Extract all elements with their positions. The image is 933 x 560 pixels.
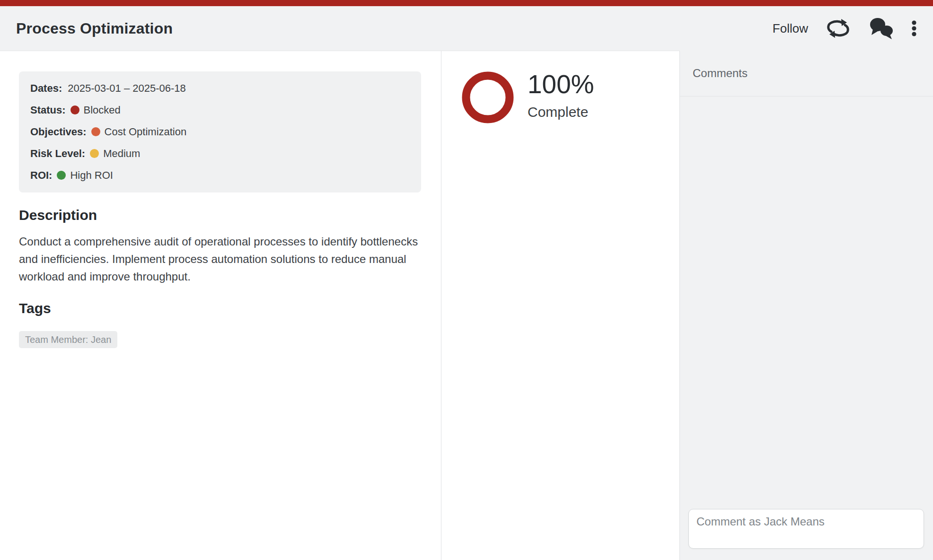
risk-level-value: Medium [103, 148, 140, 159]
details-column: Dates:2025-03-01 – 2025-06-18 Status:Blo… [0, 51, 441, 560]
comment-composer [680, 509, 933, 560]
dates-value: 2025-03-01 – 2025-06-18 [68, 82, 186, 94]
kebab-menu-icon[interactable] [912, 20, 916, 36]
risk-level-label: Risk Level: [30, 148, 85, 159]
main-area: Dates:2025-03-01 – 2025-06-18 Status:Blo… [0, 51, 933, 560]
progress-label: Complete [528, 104, 594, 120]
roi-dot-icon [57, 171, 66, 180]
detail-row-risk: Risk Level:Medium [30, 143, 410, 165]
progress-ring-icon [462, 71, 514, 123]
description-heading: Description [19, 207, 422, 223]
comments-list [680, 96, 933, 509]
status-dot-icon [70, 105, 79, 114]
page: Process Optimization Follow [0, 0, 933, 560]
objectives-dot-icon [91, 127, 100, 136]
objectives-value: Cost Optimization [105, 126, 187, 138]
risk-level-dot-icon [90, 149, 99, 158]
tags-heading: Tags [19, 300, 422, 316]
sync-icon[interactable] [825, 18, 851, 39]
comments-heading: Comments [693, 67, 748, 80]
page-title: Process Optimization [16, 20, 173, 37]
top-accent-bar [0, 0, 933, 6]
header-actions: Follow [773, 17, 916, 40]
progress-block: 100% Complete [462, 71, 679, 123]
objectives-label: Objectives: [30, 126, 87, 138]
description-text: Conduct a comprehensive audit of operati… [19, 233, 420, 285]
roi-label: ROI: [30, 169, 52, 181]
chat-bubbles-icon[interactable] [868, 17, 895, 40]
details-box: Dates:2025-03-01 – 2025-06-18 Status:Blo… [19, 71, 421, 192]
progress-text: 100% Complete [528, 71, 594, 120]
progress-percent: 100% [528, 70, 594, 98]
dates-label: Dates: [30, 82, 62, 94]
comment-input[interactable] [688, 509, 924, 549]
status-value: Blocked [84, 104, 121, 116]
tag-list: Team Member: Jean [19, 331, 422, 348]
detail-row-roi: ROI:High ROI [30, 165, 410, 186]
detail-row-objectives: Objectives:Cost Optimization [30, 121, 410, 143]
comments-header: Comments [680, 51, 933, 96]
detail-row-dates: Dates:2025-03-01 – 2025-06-18 [30, 78, 410, 99]
progress-column: 100% Complete [441, 51, 680, 560]
follow-button[interactable]: Follow [773, 21, 808, 36]
detail-row-status: Status:Blocked [30, 99, 410, 121]
roi-value: High ROI [70, 169, 113, 181]
status-label: Status: [30, 104, 66, 116]
tag-chip: Team Member: Jean [19, 331, 117, 348]
comments-panel: Comments [680, 51, 933, 560]
header: Process Optimization Follow [0, 6, 933, 51]
